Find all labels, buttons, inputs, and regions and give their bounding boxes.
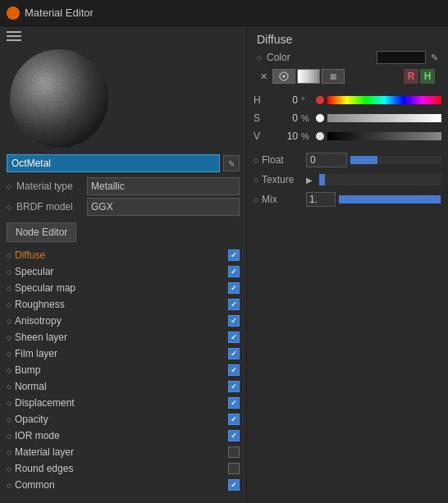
name-icon-button[interactable]: ✎ xyxy=(223,155,240,171)
value-slider-track[interactable] xyxy=(327,132,441,140)
param-section: ◇ Float ◇ Texture ▶ ◇ Mix xyxy=(247,148,448,213)
property-item: ◇IOR mode xyxy=(7,428,240,444)
saturation-unit: % xyxy=(301,113,313,123)
property-diamond: ◇ xyxy=(7,301,11,309)
svg-point-1 xyxy=(282,75,286,78)
mix-slider[interactable] xyxy=(339,195,441,203)
property-item: ◇Displacement xyxy=(7,395,240,411)
value-label: V xyxy=(254,130,265,142)
sphere-noise-overlay xyxy=(10,49,108,148)
texture-diamond: ◇ xyxy=(254,176,258,184)
property-checkbox[interactable] xyxy=(228,249,240,261)
property-checkbox[interactable] xyxy=(228,348,240,359)
property-checkbox[interactable] xyxy=(228,463,240,474)
property-checkbox[interactable] xyxy=(228,266,240,277)
circle-mode-button[interactable] xyxy=(272,69,295,84)
material-name-input[interactable] xyxy=(7,154,220,172)
img-mode-button[interactable]: ▦ xyxy=(322,69,345,84)
color-dropper-icon[interactable]: ✎ xyxy=(431,53,438,63)
property-label: Specular xyxy=(15,266,225,277)
saturation-indicator-dot xyxy=(316,114,324,122)
property-label: Specular map xyxy=(15,282,225,294)
saturation-slider-track[interactable] xyxy=(327,114,441,122)
hsv-section: H 0 ° S 0 % V 10 % xyxy=(247,90,448,148)
section-title: Diffuse xyxy=(257,33,438,46)
hue-slider-track[interactable] xyxy=(327,96,441,104)
property-label: Film layer xyxy=(15,348,225,359)
property-diamond: ◇ xyxy=(7,268,11,276)
mix-label: Mix xyxy=(262,194,303,205)
property-item: ◇Specular xyxy=(7,263,240,280)
float-slider[interactable] xyxy=(350,156,441,164)
mode-x-icon: ✕ xyxy=(260,71,267,82)
property-label: Opacity xyxy=(15,414,225,425)
property-item: ◇Bump xyxy=(7,362,240,378)
app-icon xyxy=(7,7,20,20)
dropdowns: ◇ Material type Metallic ◇ BRDF model GG… xyxy=(0,176,246,217)
property-checkbox[interactable] xyxy=(228,381,240,392)
title-bar: Material Editor xyxy=(0,0,448,26)
property-label: IOR mode xyxy=(15,430,225,441)
property-diamond: ◇ xyxy=(7,400,11,407)
property-label: Round edges xyxy=(15,463,225,474)
saturation-gradient xyxy=(327,114,441,122)
texture-bar[interactable] xyxy=(319,174,441,185)
property-diamond: ◇ xyxy=(7,252,11,259)
property-item: ◇Film layer xyxy=(7,345,240,362)
hue-unit: ° xyxy=(301,95,313,105)
property-diamond: ◇ xyxy=(7,285,11,292)
property-item: ◇Sheen layer xyxy=(7,329,240,345)
color-row: ◇ Color ✎ xyxy=(257,51,438,64)
r-button[interactable]: R xyxy=(404,69,418,84)
property-diamond: ◇ xyxy=(7,482,11,489)
texture-row: ◇ Texture ▶ xyxy=(254,171,441,189)
property-checkbox[interactable] xyxy=(228,479,240,491)
saturation-value: 0 xyxy=(268,112,298,124)
mix-input[interactable] xyxy=(306,192,336,207)
property-item: ◇Anisotropy xyxy=(7,313,240,329)
property-item: ◇Normal xyxy=(7,378,240,395)
property-label: Normal xyxy=(15,381,225,392)
hamburger-menu[interactable] xyxy=(7,31,21,41)
value-row: V 10 % xyxy=(254,128,441,144)
texture-label: Texture xyxy=(262,174,303,185)
property-checkbox[interactable] xyxy=(228,315,240,327)
property-label: Roughness xyxy=(15,299,225,310)
brdf-model-row: ◇ BRDF model GGX xyxy=(7,198,240,216)
h-button[interactable]: H xyxy=(420,69,435,84)
brdf-label: BRDF model xyxy=(16,201,82,213)
node-editor-button[interactable]: Node Editor xyxy=(7,222,76,242)
hue-row: H 0 ° xyxy=(254,92,441,108)
property-item: ◇Common xyxy=(7,477,240,493)
color-swatch[interactable] xyxy=(377,51,426,64)
material-type-select[interactable]: Metallic xyxy=(87,177,240,195)
property-diamond: ◇ xyxy=(7,432,11,440)
property-checkbox[interactable] xyxy=(228,414,240,425)
property-checkbox[interactable] xyxy=(228,332,240,343)
property-item: ◇Roughness xyxy=(7,296,240,313)
texture-arrow-icon: ▶ xyxy=(306,176,316,185)
hue-indicator-dot xyxy=(316,96,324,104)
property-diamond: ◇ xyxy=(7,449,11,456)
property-diamond: ◇ xyxy=(7,416,11,423)
saturation-label: S xyxy=(254,112,265,124)
color-diamond: ◇ xyxy=(257,54,262,62)
value-gradient xyxy=(327,132,441,140)
float-input[interactable] xyxy=(306,153,347,167)
property-label: Diffuse xyxy=(15,249,225,261)
title-bar-text: Material Editor xyxy=(25,7,94,19)
main-container: ✎ ◇ Material type Metallic ◇ BRDF model … xyxy=(0,26,448,503)
value-unit: % xyxy=(301,131,313,141)
material-preview-sphere xyxy=(10,49,108,148)
property-checkbox[interactable] xyxy=(228,299,240,310)
property-checkbox[interactable] xyxy=(228,397,240,409)
property-checkbox[interactable] xyxy=(228,446,240,458)
gradient-mode-button[interactable] xyxy=(297,69,320,84)
property-checkbox[interactable] xyxy=(228,364,240,376)
name-row: ✎ xyxy=(0,151,246,176)
brdf-model-select[interactable]: GGX xyxy=(87,198,240,216)
property-checkbox[interactable] xyxy=(228,430,240,441)
property-label: Bump xyxy=(15,364,225,376)
hue-label: H xyxy=(254,94,265,106)
property-checkbox[interactable] xyxy=(228,282,240,294)
